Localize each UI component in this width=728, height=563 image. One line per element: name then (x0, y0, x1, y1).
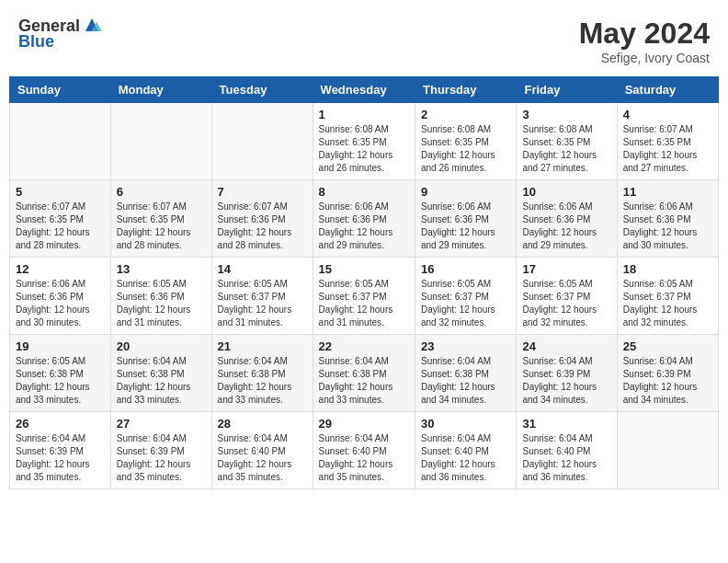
empty-cell (10, 103, 111, 180)
day-info: Sunrise: 6:06 AMSunset: 6:36 PMDaylight:… (319, 201, 409, 252)
day-number: 17 (522, 262, 610, 276)
location-subtitle: Sefige, Ivory Coast (579, 51, 710, 65)
day-number: 31 (522, 417, 610, 431)
empty-cell (617, 412, 718, 489)
day-info: Sunrise: 6:04 AMSunset: 6:38 PMDaylight:… (117, 355, 206, 407)
calendar-day-cell: 17Sunrise: 6:05 AMSunset: 6:37 PMDayligh… (517, 258, 617, 335)
calendar-week-row: 1Sunrise: 6:08 AMSunset: 6:35 PMDaylight… (10, 103, 719, 180)
logo-icon (82, 15, 102, 35)
col-header-tuesday: Tuesday (211, 77, 313, 103)
calendar-week-row: 26Sunrise: 6:04 AMSunset: 6:39 PMDayligh… (10, 412, 719, 489)
day-info: Sunrise: 6:05 AMSunset: 6:36 PMDaylight:… (117, 278, 206, 329)
logo-blue-text: Blue (18, 32, 54, 52)
day-number: 16 (421, 262, 510, 276)
day-info: Sunrise: 6:05 AMSunset: 6:37 PMDaylight:… (623, 278, 712, 329)
day-info: Sunrise: 6:04 AMSunset: 6:40 PMDaylight:… (522, 432, 610, 484)
empty-cell (211, 103, 313, 180)
calendar-day-cell: 15Sunrise: 6:05 AMSunset: 6:37 PMDayligh… (313, 258, 415, 335)
day-info: Sunrise: 6:07 AMSunset: 6:36 PMDaylight:… (218, 201, 307, 252)
day-number: 18 (623, 262, 712, 276)
day-info: Sunrise: 6:05 AMSunset: 6:37 PMDaylight:… (319, 278, 409, 329)
calendar-day-cell: 9Sunrise: 6:06 AMSunset: 6:36 PMDaylight… (415, 180, 517, 258)
calendar-week-row: 12Sunrise: 6:06 AMSunset: 6:36 PMDayligh… (10, 258, 719, 335)
logo: General Blue (18, 17, 102, 52)
col-header-wednesday: Wednesday (313, 77, 415, 103)
day-number: 12 (16, 262, 105, 276)
day-number: 19 (16, 339, 105, 353)
day-number: 5 (16, 185, 105, 199)
day-number: 3 (522, 108, 610, 121)
calendar-table: SundayMondayTuesdayWednesdayThursdayFrid… (9, 76, 719, 489)
page-header: General Blue May 2024 Sefige, Ivory Coas… (9, 9, 719, 76)
day-number: 8 (319, 185, 409, 199)
calendar-day-cell: 5Sunrise: 6:07 AMSunset: 6:35 PMDaylight… (10, 180, 111, 258)
calendar-day-cell: 7Sunrise: 6:07 AMSunset: 6:36 PMDaylight… (211, 180, 313, 258)
calendar-day-cell: 20Sunrise: 6:04 AMSunset: 6:38 PMDayligh… (110, 335, 211, 412)
day-number: 26 (16, 417, 105, 431)
day-info: Sunrise: 6:04 AMSunset: 6:38 PMDaylight:… (319, 355, 409, 407)
day-number: 20 (117, 339, 206, 353)
col-header-friday: Friday (517, 77, 617, 103)
day-number: 24 (522, 339, 610, 353)
day-number: 13 (117, 262, 206, 276)
day-number: 28 (218, 417, 307, 431)
day-info: Sunrise: 6:08 AMSunset: 6:35 PMDaylight:… (421, 123, 510, 175)
day-info: Sunrise: 6:04 AMSunset: 6:39 PMDaylight:… (16, 432, 105, 484)
day-number: 9 (421, 185, 510, 199)
day-number: 14 (218, 262, 307, 276)
calendar-day-cell: 18Sunrise: 6:05 AMSunset: 6:37 PMDayligh… (617, 258, 718, 335)
calendar-day-cell: 6Sunrise: 6:07 AMSunset: 6:35 PMDaylight… (110, 180, 211, 258)
day-info: Sunrise: 6:04 AMSunset: 6:40 PMDaylight:… (421, 432, 510, 484)
col-header-thursday: Thursday (415, 77, 517, 103)
day-number: 23 (421, 339, 510, 353)
day-info: Sunrise: 6:06 AMSunset: 6:36 PMDaylight:… (421, 201, 510, 252)
day-info: Sunrise: 6:04 AMSunset: 6:40 PMDaylight:… (218, 432, 307, 484)
day-info: Sunrise: 6:05 AMSunset: 6:37 PMDaylight:… (218, 278, 307, 329)
calendar-day-cell: 14Sunrise: 6:05 AMSunset: 6:37 PMDayligh… (211, 258, 313, 335)
day-info: Sunrise: 6:04 AMSunset: 6:39 PMDaylight:… (623, 355, 712, 407)
calendar-day-cell: 25Sunrise: 6:04 AMSunset: 6:39 PMDayligh… (617, 335, 718, 412)
day-info: Sunrise: 6:04 AMSunset: 6:38 PMDaylight:… (218, 355, 307, 407)
day-number: 7 (218, 185, 307, 199)
empty-cell (110, 103, 211, 180)
day-number: 11 (623, 185, 712, 199)
day-number: 30 (421, 417, 510, 431)
day-info: Sunrise: 6:04 AMSunset: 6:40 PMDaylight:… (319, 432, 409, 484)
title-section: May 2024 Sefige, Ivory Coast (579, 17, 710, 65)
calendar-day-cell: 24Sunrise: 6:04 AMSunset: 6:39 PMDayligh… (517, 335, 617, 412)
day-number: 27 (117, 417, 206, 431)
calendar-day-cell: 10Sunrise: 6:06 AMSunset: 6:36 PMDayligh… (517, 180, 617, 258)
day-number: 25 (623, 339, 712, 353)
day-info: Sunrise: 6:07 AMSunset: 6:35 PMDaylight:… (16, 201, 105, 252)
day-info: Sunrise: 6:04 AMSunset: 6:39 PMDaylight:… (117, 432, 206, 484)
calendar-day-cell: 11Sunrise: 6:06 AMSunset: 6:36 PMDayligh… (617, 180, 718, 258)
day-number: 1 (319, 108, 409, 121)
day-info: Sunrise: 6:05 AMSunset: 6:37 PMDaylight:… (522, 278, 610, 329)
day-info: Sunrise: 6:07 AMSunset: 6:35 PMDaylight:… (623, 123, 712, 175)
calendar-header-row: SundayMondayTuesdayWednesdayThursdayFrid… (10, 77, 719, 103)
day-info: Sunrise: 6:08 AMSunset: 6:35 PMDaylight:… (319, 123, 409, 175)
calendar-day-cell: 22Sunrise: 6:04 AMSunset: 6:38 PMDayligh… (313, 335, 415, 412)
calendar-day-cell: 2Sunrise: 6:08 AMSunset: 6:35 PMDaylight… (415, 103, 517, 180)
calendar-day-cell: 30Sunrise: 6:04 AMSunset: 6:40 PMDayligh… (415, 412, 517, 489)
day-info: Sunrise: 6:07 AMSunset: 6:35 PMDaylight:… (117, 201, 206, 252)
calendar-day-cell: 23Sunrise: 6:04 AMSunset: 6:38 PMDayligh… (415, 335, 517, 412)
day-info: Sunrise: 6:05 AMSunset: 6:37 PMDaylight:… (421, 278, 510, 329)
day-info: Sunrise: 6:06 AMSunset: 6:36 PMDaylight:… (16, 278, 105, 329)
calendar-day-cell: 31Sunrise: 6:04 AMSunset: 6:40 PMDayligh… (517, 412, 617, 489)
col-header-sunday: Sunday (10, 77, 111, 103)
month-year-title: May 2024 (579, 17, 710, 51)
calendar-day-cell: 12Sunrise: 6:06 AMSunset: 6:36 PMDayligh… (10, 258, 111, 335)
day-number: 4 (623, 108, 712, 121)
calendar-day-cell: 4Sunrise: 6:07 AMSunset: 6:35 PMDaylight… (617, 103, 718, 180)
calendar-day-cell: 8Sunrise: 6:06 AMSunset: 6:36 PMDaylight… (313, 180, 415, 258)
calendar-day-cell: 28Sunrise: 6:04 AMSunset: 6:40 PMDayligh… (211, 412, 313, 489)
calendar-day-cell: 29Sunrise: 6:04 AMSunset: 6:40 PMDayligh… (313, 412, 415, 489)
day-number: 22 (319, 339, 409, 353)
calendar-day-cell: 1Sunrise: 6:08 AMSunset: 6:35 PMDaylight… (313, 103, 415, 180)
day-info: Sunrise: 6:08 AMSunset: 6:35 PMDaylight:… (522, 123, 610, 175)
calendar-day-cell: 13Sunrise: 6:05 AMSunset: 6:36 PMDayligh… (110, 258, 211, 335)
calendar-day-cell: 16Sunrise: 6:05 AMSunset: 6:37 PMDayligh… (415, 258, 517, 335)
day-info: Sunrise: 6:06 AMSunset: 6:36 PMDaylight:… (623, 201, 712, 252)
calendar-day-cell: 26Sunrise: 6:04 AMSunset: 6:39 PMDayligh… (10, 412, 111, 489)
